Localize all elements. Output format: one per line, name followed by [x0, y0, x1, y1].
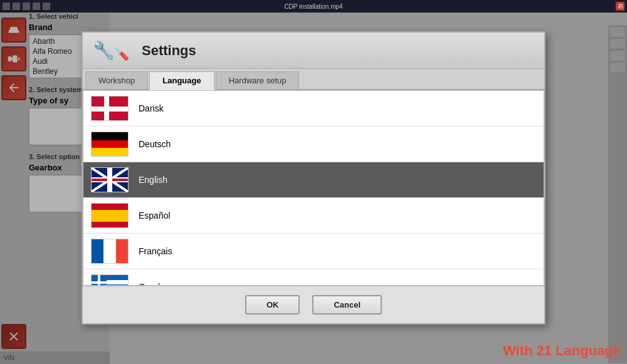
- dialog-header: 🔧 🪛 Settings: [83, 33, 544, 69]
- flag-dk: [91, 96, 129, 121]
- language-item-dansk[interactable]: Dansk: [83, 91, 544, 127]
- tab-workshop[interactable]: Workshop: [85, 71, 148, 89]
- flag-de: [91, 132, 129, 157]
- flag-fr: [91, 239, 129, 264]
- screwdriver-icon: 🪛: [112, 45, 129, 61]
- taskbar-icons: [3, 3, 50, 10]
- language-item-francais[interactable]: Français: [83, 234, 544, 269]
- language-list[interactable]: Dansk Deutsch: [83, 91, 544, 285]
- flag-gr: [91, 274, 129, 285]
- language-item-espanol[interactable]: Español: [83, 198, 544, 234]
- language-item-greek[interactable]: Greek: [83, 269, 544, 285]
- taskbar-icon-4[interactable]: [33, 3, 40, 10]
- taskbar-icon-5[interactable]: [43, 3, 50, 10]
- taskbar-icon-3[interactable]: [23, 3, 30, 10]
- language-name-espanol: Español: [139, 211, 171, 221]
- ok-button[interactable]: OK: [245, 295, 300, 315]
- cancel-button[interactable]: Cancel: [312, 295, 382, 315]
- language-name-dansk: Dansk: [139, 103, 164, 113]
- dialog-tabs: Workshop Language Hardware setup: [83, 69, 544, 90]
- language-name-deutsch: Deutsch: [139, 139, 171, 149]
- taskbar-app-icon[interactable]: 易: [616, 2, 624, 11]
- flag-es: [91, 203, 129, 228]
- dialog-overlay: 🔧 🪛 Settings Workshop Language Hardware …: [0, 13, 627, 364]
- taskbar-title: CDP installation.mp4: [284, 3, 342, 10]
- language-name-greek: Greek: [139, 282, 162, 285]
- wrench-icon: 🔧: [93, 40, 115, 61]
- language-name-english: English: [139, 175, 167, 185]
- taskbar: CDP installation.mp4 易: [0, 0, 627, 13]
- tab-hardware[interactable]: Hardware setup: [216, 71, 300, 89]
- settings-dialog: 🔧 🪛 Settings Workshop Language Hardware …: [82, 31, 545, 325]
- language-name-francais: Français: [139, 246, 172, 256]
- tab-language[interactable]: Language: [149, 71, 214, 90]
- taskbar-right: 易: [616, 2, 624, 11]
- flag-gb: [91, 167, 129, 192]
- dialog-content: Dansk Deutsch: [83, 90, 544, 286]
- settings-icon: 🔧 🪛: [93, 40, 134, 61]
- taskbar-icon-2[interactable]: [13, 3, 20, 10]
- dialog-title: Settings: [142, 43, 196, 59]
- language-item-english[interactable]: English: [83, 162, 544, 198]
- taskbar-icon-1[interactable]: [3, 3, 10, 10]
- dialog-footer: OK Cancel: [83, 286, 544, 323]
- watermark-text: With 21 Language: [503, 343, 621, 359]
- language-item-deutsch[interactable]: Deutsch: [83, 127, 544, 162]
